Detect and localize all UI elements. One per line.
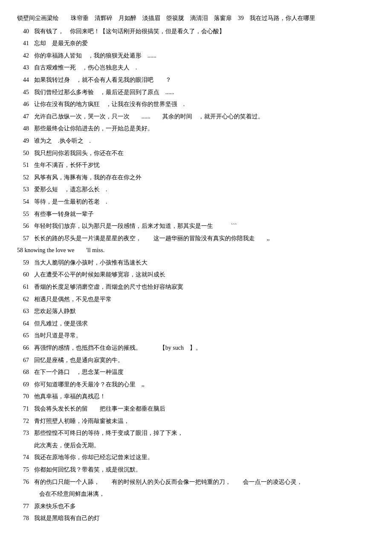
entry-text: 有些事一转身就一辈子 [34,209,375,220]
entry-number: 55 [17,209,34,219]
entry-number: 76 [17,477,34,487]
entry-number: 77 [17,501,34,512]
entry-text: 人在遭受不公平的时候如果能够宽容，这就叫成长 [34,269,375,281]
entry-number: 43 [17,62,34,73]
entry-number: 75 [17,464,34,475]
entry-text: 忘却 是最无奈的爱 [34,38,375,49]
entry-text: 悲欢起落人静默 [34,306,375,317]
entry-number: 45 [17,87,34,98]
entry-number: 69 [17,379,34,390]
list-item: 77原来快乐也不多 [17,501,375,512]
entry-number: 53 [17,184,34,195]
list-item: 51生年不满百，长怀千岁忧 [17,160,375,171]
entry-text: 让你在没有我的地方疯狂 ，让我在没有你的世界坚强 . [34,99,375,110]
entry-number: 41 [17,38,34,49]
entry-text: 相遇只是偶然，不见也是平常 [34,294,375,305]
list-item: 49谁为之 .执令听之 . [17,135,375,147]
entry-number: 56 [17,221,34,231]
list-item: 62相遇只是偶然，不见也是平常 [17,294,375,305]
list-item: 48那些最终会让你陷进去的，一开始总是美好。 [17,123,375,135]
entry-number: 52 [17,172,34,183]
list-item: 53爱那么短 ，遗忘那么长 . [17,184,375,196]
entry-text: 有的伤口只能一个人舔， 有的时候别人的关心反而会像一把钝重的刀， 会一点一的凌迟… [34,477,375,488]
entry-text: 当时只道是寻常。 [34,330,375,342]
entry-text: 你可知道哪里的冬天最冷？在我的心里 ,, [34,379,375,391]
list-item: 63悲欢起落人静默 [17,306,375,317]
list-item: 54等待，是一生最初的苍老 . [17,196,375,208]
list-item: 58 knowing the love we 'll miss. [17,245,375,256]
main-content: 锁壁间尘画梁绘 珠帘垂 清辉碎 月如醉 淡描眉 箜篌胧 滴清泪 落窗扉 39 我… [17,13,375,524]
entry-continuation: 会在不经意间鲜血淋漓， [17,489,375,500]
list-item: 75你都如何回忆我？带着笑，或是很沉默。 [17,464,375,476]
entry-text: 再强悍的感情，也抵挡不住命运的摧残。 【by such 】。 [34,342,375,354]
entry-number: 40 [17,26,34,37]
entry-number: 42 [17,50,34,61]
entry-number: 54 [17,196,34,207]
list-item: 57长长的路的尽头是一片满是星星的夜空， 这一趟华丽的冒险没有真实的你陪我走 ,… [17,233,375,244]
list-item: 69你可知道哪里的冬天最冷？在我的心里 ,, [17,379,375,391]
entry-text: 在下一个路口 ，思念某一种温度 [34,367,375,378]
list-item: 70他真幸福，幸福的真残忍！ [17,391,375,403]
entry-text: 此次离去，便后会无期。 [34,440,375,451]
entry-number: 66 [17,342,34,353]
entry-text: 我会将头发长长的留 把往事一束全都垂在脑后 [34,403,375,415]
list-item: 45我们曾经过那么多考验 ，最后还是回到了原点 ...... [17,87,375,98]
entry-text: 风筝有风，海豚有海，我的存在在你之外 [34,172,375,184]
entry-text: 我只想问你若我回头，你还在不在 [34,148,375,159]
list-item: 43自古艰难惟一死 ，伤心岂独息夫人 . [17,62,375,74]
list-item: 68在下一个路口 ，思念某一种温度 [17,367,375,378]
entry-text: 你都如何回忆我？带着笑，或是很沉默。 [34,464,375,476]
entry-number: 68 [17,367,34,377]
entry-text: 我就是黑暗我有自己的灯 [34,513,375,524]
list-item: 55有些事一转身就一辈子 [17,209,375,220]
list-item: 67回忆是座橘，也是通向寂寞的牛。 [17,355,375,366]
entry-text: 谁为之 .执令听之 . [34,135,375,147]
entry-text: 当大人脆弱的像小孩时，小孩惟有迅速长大 [34,257,375,269]
entry-text: 生年不满百，长怀千岁忧 [34,160,375,171]
list-item: 56年轻时我们放弃，以为那只是一段感情，后来才知道，那其实是一生 ``` [17,221,375,232]
entry-number: 48 [17,123,34,134]
list-item: 59当大人脆弱的像小孩时，小孩惟有迅速长大 [17,257,375,269]
entry-text: 自古艰难惟一死 ，伤心岂独息夫人 . [34,62,375,74]
entry-text: 那些惶惶不可终日的等待，终于变成了眼泪，掉了下来， [34,428,375,439]
entry-number: 47 [17,111,34,122]
entry-text: 等待，是一生最初的苍老 . [34,196,375,208]
entry-number: 59 [17,257,34,268]
entry-text: 长长的路的尽头是一片满是星星的夜空， 这一趟华丽的冒险没有真实的你陪我走 ,, [34,233,375,244]
list-item: 40我有钱了， 你回来吧！【这句话刚开始很搞笑，但是看久了，会心酸】 [17,26,375,37]
list-item: 65当时只道是寻常。 [17,330,375,342]
entry-number: 61 [17,282,34,292]
entry-text: 年轻时我们放弃，以为那只是一段感情，后来才知道，那其实是一生 ``` [34,221,375,232]
list-item: 44如果我转过身 ，就不会有人看见我的眼泪吧 ？ [17,75,375,86]
entry-text: 青灯照壁人初睡，冷雨敲窗被未温， [34,416,375,427]
list-item: 72青灯照壁人初睡，冷雨敲窗被未温， [17,416,375,427]
entry-text: 香烟的长度足够消磨空虚，而烟盒的尺寸也恰好容纳寂寞 [34,282,375,293]
entry-text: 我有钱了， 你回来吧！【这句话刚开始很搞笑，但是看久了，会心酸】 [34,26,375,37]
entry-number: 63 [17,306,34,316]
entry-number: 57 [17,233,34,244]
list-item: 61香烟的长度足够消磨空虚，而烟盒的尺寸也恰好容纳寂寞 [17,282,375,293]
entry-text: 你的幸福路人皆知 ，我的狼狈无处遁形 ...... [34,50,375,62]
list-item: 73那些惶惶不可终日的等待，终于变成了眼泪，掉了下来， [17,428,375,439]
entry-text: 但凡难过，便是强求 [34,318,375,330]
list-item: 60人在遭受不公平的时候如果能够宽容，这就叫成长 [17,269,375,281]
entry-number: 70 [17,391,34,402]
entry-text: 那些最终会让你陷进去的，一开始总是美好。 [34,123,375,135]
list-item: 78我就是黑暗我有自己的灯 [17,513,375,524]
entry-number: 62 [17,294,34,305]
list-item: 41忘却 是最无奈的爱 [17,38,375,49]
entry-number: 50 [17,148,34,158]
list-item: 50我只想问你若我回头，你还在不在 [17,148,375,159]
list-item: 此次离去，便后会无期。 [17,440,375,451]
entry-text: 他真幸福，幸福的真残忍！ [34,391,375,403]
list-item: 52风筝有风，海豚有海，我的存在在你之外 [17,172,375,184]
entry-text: 我还在原地等你，你却已经忘记曾来过这里。 [34,452,375,463]
entry-number: 44 [17,75,34,85]
entry-number: 73 [17,428,34,438]
list-item: 74我还在原地等你，你却已经忘记曾来过这里。 [17,452,375,463]
header-line: 锁壁间尘画梁绘 珠帘垂 清辉碎 月如醉 淡描眉 箜篌胧 滴清泪 落窗扉 39 我… [17,13,375,24]
entry-text: 爱那么短 ，遗忘那么长 . [34,184,375,196]
entry-text: 回忆是座橘，也是通向寂寞的牛。 [34,355,375,366]
entry-text: 如果我转过身 ，就不会有人看见我的眼泪吧 ？ [34,75,375,86]
entry-number: 78 [17,513,34,523]
